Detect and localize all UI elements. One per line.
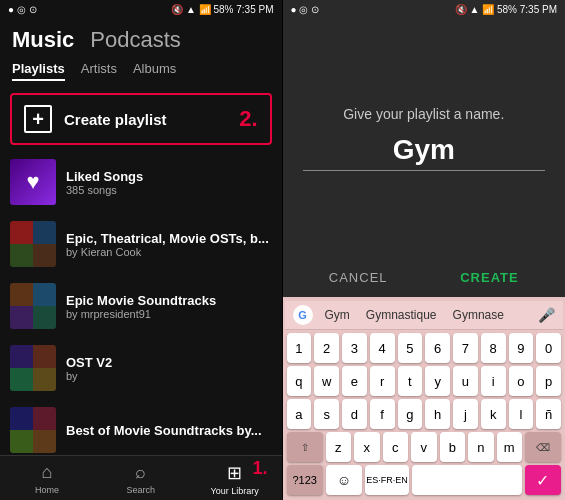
suggestion-gymnase[interactable]: Gymnase [449, 306, 508, 324]
key-m[interactable]: m [497, 432, 523, 462]
heart-icon: ♥ [26, 169, 39, 195]
nav-library-label: Your Library [210, 486, 258, 496]
key-4[interactable]: 4 [370, 333, 395, 363]
epic-movie-thumb [10, 283, 56, 329]
music-title[interactable]: Music [12, 27, 74, 53]
tab-playlists[interactable]: Playlists [12, 61, 65, 81]
playlist-info: Epic Movie Soundtracks by mrpresident91 [66, 293, 272, 320]
create-playlist-button[interactable]: + Create playlist 2. [10, 93, 272, 145]
cancel-button[interactable]: CANCEL [329, 270, 388, 285]
playlist-sub: by mrpresident91 [66, 308, 272, 320]
backspace-key[interactable]: ⌫ [525, 432, 561, 462]
key-q[interactable]: q [287, 366, 312, 396]
playlist-name: Epic, Theatrical, Movie OSTs, b... [66, 231, 272, 246]
ost-thumb [10, 345, 56, 391]
lang-key[interactable]: ES·FR·EN [365, 465, 409, 495]
create-playlist-label: Create playlist [64, 111, 167, 128]
list-item[interactable]: Best of Movie Soundtracks by... [0, 399, 282, 455]
key-n-tilde[interactable]: ñ [536, 399, 561, 429]
key-e[interactable]: e [342, 366, 367, 396]
playlist-name: Epic Movie Soundtracks [66, 293, 272, 308]
playlist-info: Liked Songs 385 songs [66, 169, 272, 196]
playlist-sub: by [66, 370, 272, 382]
list-item[interactable]: ♥ Liked Songs 385 songs [0, 151, 282, 213]
nav-library[interactable]: 1. ⊞ Your Library [188, 462, 282, 496]
list-item[interactable]: OST V2 by [0, 337, 282, 399]
emoji-key[interactable]: ☺ [326, 465, 362, 495]
key-r[interactable]: r [370, 366, 395, 396]
playlist-name: Best of Movie Soundtracks by... [66, 423, 272, 438]
step-1-badge: 1. [252, 458, 267, 479]
best-thumb [10, 407, 56, 453]
left-status-bar: ● ◎ ⊙ 🔇 ▲ 📶 58% 7:35 PM [0, 0, 282, 19]
key-s[interactable]: s [314, 399, 339, 429]
suggestion-gymnastique[interactable]: Gymnastique [362, 306, 441, 324]
key-6[interactable]: 6 [425, 333, 450, 363]
key-1[interactable]: 1 [287, 333, 312, 363]
right-panel: ● ◎ ⊙ 🔇 ▲ 📶 58% 7:35 PM Give your playli… [283, 0, 566, 500]
list-item[interactable]: Epic Movie Soundtracks by mrpresident91 [0, 275, 282, 337]
suggestion-gym[interactable]: Gym [321, 306, 354, 324]
key-v[interactable]: v [411, 432, 437, 462]
key-z[interactable]: z [326, 432, 352, 462]
key-p[interactable]: p [536, 366, 561, 396]
key-b[interactable]: b [440, 432, 466, 462]
playlist-name-input-wrapper: Gym [303, 134, 546, 171]
podcasts-title[interactable]: Podcasts [90, 27, 181, 53]
key-8[interactable]: 8 [481, 333, 506, 363]
space-key[interactable] [412, 465, 522, 495]
key-y[interactable]: y [425, 366, 450, 396]
key-k[interactable]: k [481, 399, 506, 429]
key-5[interactable]: 5 [398, 333, 423, 363]
give-name-text: Give your playlist a name. [343, 106, 504, 122]
create-button[interactable]: CREATE [460, 270, 518, 285]
playlist-list: ♥ Liked Songs 385 songs Epic, Theatrical… [0, 151, 282, 455]
shift-key[interactable]: ⇧ [287, 432, 323, 462]
key-9[interactable]: 9 [509, 333, 534, 363]
search-icon: ⌕ [135, 462, 146, 483]
key-x[interactable]: x [354, 432, 380, 462]
keyboard: G Gym Gymnastique Gymnase 🎤 1 2 3 4 5 6 … [283, 297, 566, 500]
key-a[interactable]: a [287, 399, 312, 429]
key-l[interactable]: l [509, 399, 534, 429]
tab-albums[interactable]: Albums [133, 61, 176, 81]
playlist-name: Liked Songs [66, 169, 272, 184]
library-icon: ⊞ [227, 462, 242, 484]
action-buttons: CANCEL CREATE [283, 258, 566, 297]
key-h[interactable]: h [425, 399, 450, 429]
key-t[interactable]: t [398, 366, 423, 396]
status-left: ● ◎ ⊙ [8, 4, 37, 15]
key-i[interactable]: i [481, 366, 506, 396]
key-3[interactable]: 3 [342, 333, 367, 363]
nav-search-label: Search [126, 485, 155, 495]
list-item[interactable]: Epic, Theatrical, Movie OSTs, b... by Ki… [0, 213, 282, 275]
right-status-bar: ● ◎ ⊙ 🔇 ▲ 📶 58% 7:35 PM [283, 0, 566, 19]
playlist-sub: by Kieran Cook [66, 246, 272, 258]
key-w[interactable]: w [314, 366, 339, 396]
nav-search[interactable]: ⌕ Search [94, 462, 188, 496]
google-logo: G [293, 305, 313, 325]
mic-icon[interactable]: 🎤 [538, 307, 555, 323]
gym-input-text[interactable]: Gym [393, 134, 455, 165]
confirm-key[interactable]: ✓ [525, 465, 562, 495]
key-n[interactable]: n [468, 432, 494, 462]
status-right: 🔇 ▲ 📶 58% 7:35 PM [171, 4, 273, 15]
key-d[interactable]: d [342, 399, 367, 429]
tab-artists[interactable]: Artists [81, 61, 117, 81]
key-g[interactable]: g [398, 399, 423, 429]
num-key[interactable]: ?123 [287, 465, 324, 495]
key-f[interactable]: f [370, 399, 395, 429]
keyboard-zxcv-row: ⇧ z x c v b n m ⌫ [287, 432, 562, 462]
playlist-info: Epic, Theatrical, Movie OSTs, b... by Ki… [66, 231, 272, 258]
key-u[interactable]: u [453, 366, 478, 396]
key-c[interactable]: c [383, 432, 409, 462]
key-0[interactable]: 0 [536, 333, 561, 363]
key-7[interactable]: 7 [453, 333, 478, 363]
key-j[interactable]: j [453, 399, 478, 429]
key-2[interactable]: 2 [314, 333, 339, 363]
playlist-name-section: Give your playlist a name. Gym [283, 19, 566, 258]
nav-home[interactable]: ⌂ Home [0, 462, 94, 496]
epic-thumb [10, 221, 56, 267]
nav-home-label: Home [35, 485, 59, 495]
key-o[interactable]: o [509, 366, 534, 396]
